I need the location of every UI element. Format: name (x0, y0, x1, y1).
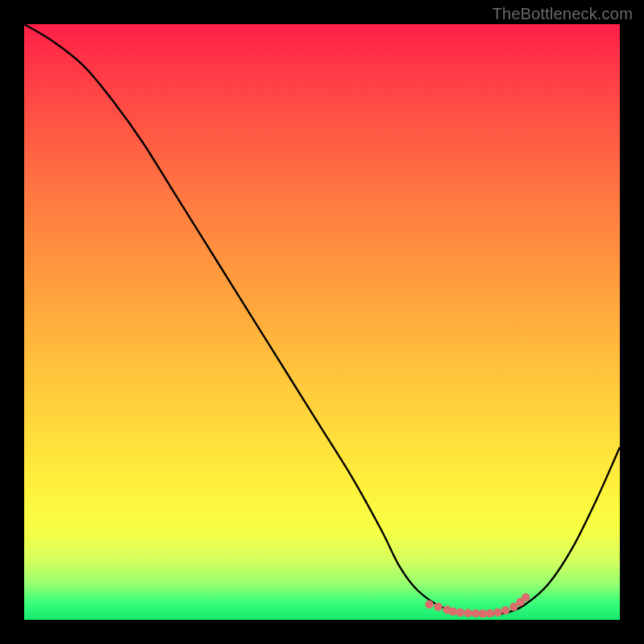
dot (502, 606, 510, 614)
watermark-text: TheBottleneck.com (492, 5, 633, 23)
dot (464, 609, 472, 617)
chart-frame: TheBottleneck.com (0, 0, 644, 644)
dot (456, 609, 464, 617)
curve-path (24, 24, 620, 614)
dot (493, 609, 502, 617)
dot (425, 601, 433, 609)
dot (479, 609, 487, 617)
plot-area (24, 24, 620, 620)
dot (434, 603, 442, 611)
bottleneck-curve (24, 24, 620, 620)
dot (522, 593, 530, 601)
dot (485, 609, 493, 617)
bottom-dots (425, 593, 530, 618)
dot (449, 607, 457, 615)
dot (472, 609, 480, 617)
